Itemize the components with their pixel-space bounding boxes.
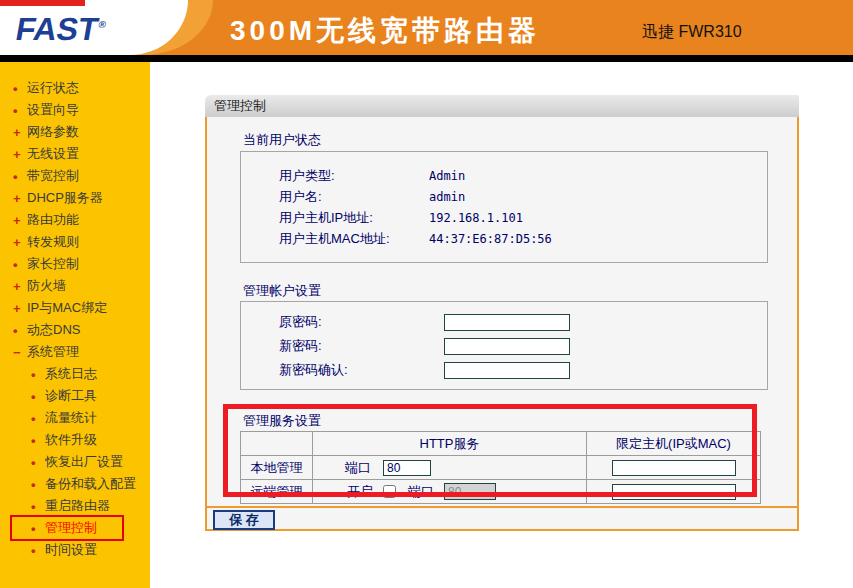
bullet-icon: + [13, 213, 27, 228]
panel-footer: 保 存 [207, 506, 797, 529]
bullet-icon: + [13, 235, 27, 250]
bullet-icon: • [31, 477, 45, 492]
sidebar-item[interactable]: • 带宽控制 [0, 165, 150, 187]
password-row: 新密码: [241, 334, 767, 358]
bullet-icon: • [13, 103, 27, 118]
bullet-icon: • [31, 543, 45, 558]
status-value: Admin [429, 169, 465, 183]
section-heading-account: 管理帐户设置 [243, 282, 321, 300]
sidebar-item[interactable]: • 管理控制 [0, 517, 150, 539]
sidebar-menu: • 运行状态 • 设置向导 + 网络参数 + 无线设置 • 带宽控制 [0, 62, 150, 588]
sidebar-item[interactable]: • 重启路由器 [0, 495, 150, 517]
bullet-icon: • [31, 367, 45, 382]
account-fieldset: 原密码: 新密码: 新密码确认: [240, 301, 768, 390]
sidebar-item[interactable]: + IP与MAC绑定 [0, 297, 150, 319]
panel-title: 管理控制 [205, 95, 799, 117]
sidebar-item[interactable]: + DHCP服务器 [0, 187, 150, 209]
sidebar-item-label: 备份和载入配置 [45, 475, 136, 493]
sidebar-item-label: DHCP服务器 [27, 189, 103, 207]
header-red-strip [0, 0, 85, 6]
service-table: HTTP服务 限定主机(IP或MAC) 本地管理 端口 [240, 431, 761, 504]
bullet-icon: • [13, 169, 27, 184]
main-content: 管理控制 当前用户状态 用户类型: Admin 用户名: [150, 62, 853, 588]
sidebar-item[interactable]: • 系统日志 [0, 363, 150, 385]
local-management-label: 本地管理 [241, 456, 313, 480]
sidebar-item-label: 转发规则 [27, 233, 79, 251]
bullet-icon: • [31, 433, 45, 448]
password-row: 新密码确认: [241, 358, 767, 382]
sidebar-item[interactable]: • 流量统计 [0, 407, 150, 429]
bullet-icon: • [31, 389, 45, 404]
sidebar-item-label: IP与MAC绑定 [27, 299, 107, 317]
product-title: 300M无线宽带路由器 [230, 12, 540, 50]
sidebar-item-label: 恢复出厂设置 [45, 453, 123, 471]
local-host-input[interactable] [612, 460, 736, 476]
status-row: 用户类型: Admin [241, 165, 767, 186]
bullet-icon: + [13, 301, 27, 316]
sidebar-item-label: 设置向导 [27, 101, 79, 119]
header-divider [0, 55, 853, 62]
bullet-icon: • [31, 455, 45, 470]
sidebar-item[interactable]: • 诊断工具 [0, 385, 150, 407]
sidebar-item[interactable]: • 动态DNS [0, 319, 150, 341]
sidebar-item-label: 路由功能 [27, 211, 79, 229]
password-input[interactable] [444, 314, 570, 331]
status-value: admin [429, 190, 465, 204]
bullet-icon: + [13, 125, 27, 140]
status-row: 用户主机IP地址: 192.168.1.101 [241, 207, 767, 228]
password-input[interactable] [444, 338, 570, 355]
http-service-header: HTTP服务 [313, 432, 587, 456]
local-port-input[interactable] [383, 460, 431, 476]
sidebar-item-label: 系统管理 [27, 343, 79, 361]
app-header: FAST® 300M无线宽带路由器 迅捷 FWR310 [0, 0, 853, 62]
sidebar-item[interactable]: + 无线设置 [0, 143, 150, 165]
bullet-icon: • [31, 499, 45, 514]
model-label: 迅捷 FWR310 [642, 22, 742, 43]
status-label: 用户主机IP地址: [279, 209, 429, 227]
service-header-row: HTTP服务 限定主机(IP或MAC) [241, 432, 761, 456]
sidebar-item-label: 运行状态 [27, 79, 79, 97]
sidebar-item-label: 网络参数 [27, 123, 79, 141]
sidebar-item-label: 防火墙 [27, 277, 66, 295]
sidebar-item[interactable]: + 路由功能 [0, 209, 150, 231]
sidebar-item[interactable]: + 网络参数 [0, 121, 150, 143]
port-label: 端口 [345, 459, 371, 477]
status-label: 用户主机MAC地址: [279, 230, 429, 248]
remote-enable-checkbox[interactable] [383, 485, 396, 498]
sidebar-item-label: 重启路由器 [45, 497, 110, 515]
local-management-row: 本地管理 端口 [241, 456, 761, 480]
panel-body: 当前用户状态 用户类型: Admin 用户名: admin [207, 117, 797, 506]
password-label: 新密码确认: [279, 361, 444, 379]
sidebar-item[interactable]: • 运行状态 [0, 77, 150, 99]
bullet-icon: + [13, 147, 27, 162]
sidebar-item[interactable]: + 转发规则 [0, 231, 150, 253]
sidebar-item[interactable]: + 防火墙 [0, 275, 150, 297]
sidebar-item[interactable]: • 家长控制 [0, 253, 150, 275]
bullet-icon: + [13, 279, 27, 294]
remote-management-label: 远端管理 [241, 480, 313, 504]
remote-host-input[interactable] [612, 484, 736, 500]
status-value: 192.168.1.101 [429, 211, 523, 225]
sidebar-item[interactable]: • 时间设置 [0, 539, 150, 561]
sidebar-item[interactable]: • 设置向导 [0, 99, 150, 121]
sidebar-item[interactable]: • 软件升级 [0, 429, 150, 451]
panel-frame: 当前用户状态 用户类型: Admin 用户名: admin [205, 117, 799, 531]
status-row: 用户主机MAC地址: 44:37:E6:87:D5:56 [241, 228, 767, 249]
sidebar-item-label: 时间设置 [45, 541, 97, 559]
bullet-icon: + [13, 191, 27, 206]
save-button[interactable]: 保 存 [213, 510, 275, 530]
remote-management-row: 远端管理 开启 端口 [241, 480, 761, 504]
remote-port-input [444, 483, 496, 500]
sidebar-item[interactable]: • 恢复出厂设置 [0, 451, 150, 473]
section-heading-user-status: 当前用户状态 [243, 131, 321, 149]
sidebar-item-label: 动态DNS [27, 321, 80, 339]
user-status-fieldset: 用户类型: Admin 用户名: admin 用户主机IP地址: 1 [240, 151, 768, 263]
port-label: 端口 [408, 483, 434, 501]
enable-label: 开启 [347, 483, 373, 501]
password-input[interactable] [444, 362, 570, 379]
sidebar-item-label: 管理控制 [45, 519, 97, 537]
bullet-icon: • [13, 81, 27, 96]
sidebar-item[interactable]: • 备份和载入配置 [0, 473, 150, 495]
sidebar-item-label: 流量统计 [45, 409, 97, 427]
sidebar-item[interactable]: − 系统管理 [0, 341, 150, 363]
